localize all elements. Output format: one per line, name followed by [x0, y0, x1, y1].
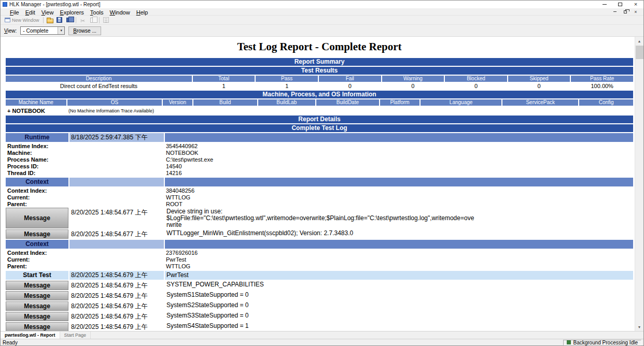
menu-view[interactable]: View — [38, 9, 57, 16]
log-row-content: SystemS4StateSupported = 1 — [165, 322, 476, 331]
log-row-kv[interactable]: Parent:WTTLOG — [6, 263, 633, 270]
view-toolbar: View: - Complete ▼ Browse ... — [1, 25, 643, 37]
mdi-restore-button[interactable] — [622, 9, 629, 15]
properties-icon — [103, 17, 109, 23]
log-row-timestamp — [69, 201, 164, 208]
log-row-kv[interactable]: Process ID:14540 — [6, 163, 633, 170]
save-all-icon — [66, 18, 71, 22]
scroll-up-icon[interactable]: ▲ — [635, 37, 644, 45]
log-row-label: Thread ID: — [6, 170, 68, 177]
log-row-timestamp — [69, 178, 164, 186]
browse-button[interactable]: Browse ... — [68, 26, 101, 35]
window-title: HLK Manager - [pwrtestlog.wtl - Report] — [9, 2, 101, 7]
toolbar-separator — [43, 17, 44, 23]
log-row-message[interactable]: Message8/20/2025 1:48:54.679 上午SystemS3S… — [6, 312, 633, 321]
new-window-button[interactable]: New Window — [3, 18, 41, 23]
log-row-kv[interactable]: Process Name:C:\test\pwrtest.exe — [6, 156, 633, 163]
view-select-value: - Complete — [23, 28, 48, 34]
log-row-label: Message — [6, 301, 68, 311]
tab-start-page[interactable]: Start Page — [60, 331, 91, 339]
toolbar-separator — [99, 17, 100, 23]
log-row-content: SYSTEM_POWER_CAPABILITIES — [165, 281, 476, 290]
machine-note: (No Machine Information Trace Available) — [68, 108, 154, 113]
log-row-label: Current: — [6, 194, 68, 201]
column-header: Version — [163, 99, 192, 106]
menu-explorers[interactable]: Explorers — [57, 9, 87, 16]
log-row-timestamp: 8/20/2025 1:48:54.679 上午 — [69, 271, 164, 280]
table-cell: 0 — [445, 83, 507, 90]
menu-edit[interactable]: Edit — [22, 9, 38, 16]
log-row-timestamp — [69, 163, 164, 170]
scroll-down-icon[interactable]: ▼ — [635, 323, 644, 331]
mdi-close-button[interactable]: × — [632, 9, 639, 15]
log-row-message[interactable]: Message8/20/2025 1:48:54.679 上午SystemS2S… — [6, 301, 633, 311]
menu-file[interactable]: File — [7, 9, 22, 16]
log-row-content: WTTLOG — [165, 263, 633, 270]
log-row-timestamp — [69, 188, 164, 194]
mdi-minimize-button[interactable] — [611, 9, 619, 15]
view-select[interactable]: - Complete ▼ — [20, 26, 65, 35]
table-cell: Direct count of EndTest results — [6, 83, 192, 90]
column-header: Fail — [319, 76, 381, 82]
cut-button[interactable] — [78, 16, 88, 24]
status-text: Ready — [3, 340, 18, 345]
table-cell: 1 — [193, 83, 255, 90]
log-row-kv[interactable]: Current:PwrTest — [6, 256, 633, 263]
log-row-content: Device string in use: $LogFile:file="C:\… — [165, 208, 476, 228]
chevron-down-icon[interactable]: ▼ — [58, 27, 64, 34]
open-folder-button[interactable] — [46, 16, 55, 24]
log-row-timestamp — [69, 150, 164, 156]
log-row-label: Message — [6, 322, 68, 331]
log-row-timestamp: 8/20/2025 1:48:54.679 上午 — [69, 281, 164, 290]
log-row-kv[interactable]: Parent:ROOT — [6, 201, 633, 208]
log-row-timestamp: 8/18/2025 2:59:47.385 下午 — [69, 133, 164, 142]
scrollbar-thumb[interactable] — [636, 46, 643, 59]
log-table: Runtime8/18/2025 2:59:47.385 下午Runtime I… — [6, 133, 633, 331]
menu-help[interactable]: Help — [133, 9, 151, 16]
log-row-kv[interactable]: Current:WTTLOG — [6, 194, 633, 201]
menu-tools[interactable]: Tools — [87, 9, 107, 16]
column-header: Config — [579, 99, 633, 106]
mdi-restore-icon — [624, 10, 627, 13]
log-row-message[interactable]: Message8/20/2025 1:48:54.679 上午SYSTEM_PO… — [6, 281, 633, 290]
log-row-starttest[interactable]: Start Test8/20/2025 1:48:54.679 上午PwrTes… — [6, 271, 633, 280]
log-row-message[interactable]: Message8/20/2025 1:48:54.679 上午SystemS4S… — [6, 322, 633, 331]
menu-window[interactable]: Window — [107, 9, 133, 16]
log-row-kv[interactable]: Thread ID:14216 — [6, 170, 633, 177]
processing-indicator-icon — [567, 340, 571, 344]
log-row-kv[interactable]: Context Index:384048256 — [6, 188, 633, 194]
window-controls: × — [597, 1, 643, 8]
save-button[interactable] — [55, 16, 64, 24]
complete-test-log-header: Complete Test Log — [6, 124, 633, 132]
maximize-button[interactable] — [612, 1, 628, 8]
log-row-message[interactable]: Message8/20/2025 1:48:54.677 上午WTTLogger… — [6, 229, 633, 239]
log-row-message[interactable]: Message8/20/2025 1:48:54.679 上午SystemS1S… — [6, 291, 633, 300]
report-details-header: Report Details — [6, 116, 633, 123]
log-row-kv[interactable]: Machine:NOTEBOOK — [6, 150, 633, 156]
vertical-scrollbar[interactable]: ▲ ▼ — [635, 37, 643, 331]
log-row-label: Context Index: — [6, 188, 68, 194]
log-row-timestamp: 8/20/2025 1:48:54.677 上午 — [69, 208, 164, 228]
log-row-timestamp — [69, 194, 164, 201]
log-row-message[interactable]: Message8/20/2025 1:48:54.677 上午Device st… — [6, 208, 633, 228]
log-row-kv[interactable]: Runtime Index:3545440962 — [6, 143, 633, 150]
log-row-section[interactable]: Runtime8/18/2025 2:59:47.385 下午 — [6, 133, 633, 142]
log-row-label: Process Name: — [6, 156, 68, 163]
mdi-window-controls: × — [611, 9, 643, 15]
tab-pwrtestlog-wtl-report[interactable]: pwrtestlog.wtl - Report — [1, 331, 60, 339]
background-processing-text: Background Processing Idle — [573, 340, 638, 345]
toolbar-icons — [46, 16, 111, 24]
close-button[interactable]: × — [628, 1, 643, 8]
log-row-section[interactable]: Context — [6, 240, 633, 249]
properties-button[interactable] — [102, 16, 111, 24]
copy-button[interactable] — [88, 16, 97, 24]
minimize-button[interactable] — [597, 1, 612, 8]
log-row-label: Parent: — [6, 263, 68, 270]
machine-row[interactable]: + NOTEBOOK (No Machine Information Trace… — [6, 107, 633, 114]
machine-name[interactable]: + NOTEBOOK — [6, 108, 68, 114]
table-cell: 0 — [319, 83, 381, 90]
log-row-content — [165, 178, 633, 186]
log-row-section[interactable]: Context — [6, 178, 633, 186]
save-all-button[interactable] — [64, 16, 74, 24]
log-row-kv[interactable]: Context Index:2376926016 — [6, 250, 633, 256]
